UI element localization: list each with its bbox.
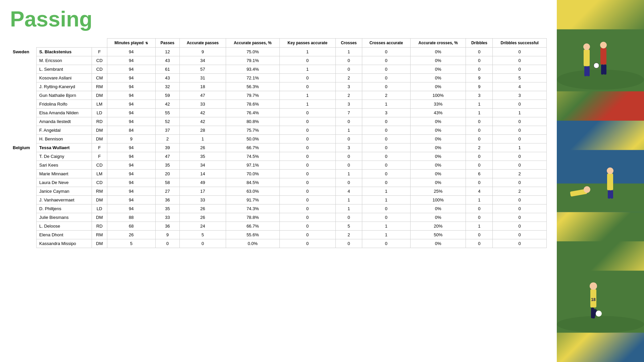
crosses-acc-cell: 0 [362,213,410,222]
dribbles-cell: 0 [466,135,493,143]
team-cell [10,161,37,170]
crosses-cell: 0 [335,117,362,126]
dribbles-cell: 6 [466,170,493,178]
player-name-cell: J. Vanhaevermaet [37,196,92,204]
dribbles-cell: 9 [466,82,493,91]
crosses-acc-cell: 0 [362,239,410,248]
mp-cell: 84 [107,126,155,135]
key-passes-cell: 0 [279,170,335,178]
col-mp-header[interactable]: Minutes played ⇅ [107,39,155,48]
col-drib-succ-header[interactable]: Dribbles successful [493,39,547,48]
passes-cell: 39 [155,143,179,152]
position-cell: RD [92,117,107,126]
acc-passes-cell: 34 [179,161,226,170]
team-cell [10,82,37,91]
col-crosses-acc-header[interactable]: Crosses accurate [362,39,410,48]
crosses-cell: 0 [335,56,362,65]
position-cell: CD [92,161,107,170]
col-crosses-header[interactable]: Crosses [335,39,362,48]
drib-succ-cell: 0 [493,152,547,161]
crosses-acc-cell: 1 [362,231,410,239]
team-cell [10,231,37,239]
col-acc-pct-header[interactable]: Accurate passes, % [226,39,280,48]
dribbles-cell: 1 [466,196,493,204]
key-passes-cell: 0 [279,187,335,196]
position-cell: CM [92,74,107,82]
player-name-cell: Julie Biesmans [37,213,92,222]
player-name-cell: Gun Nathalie Bjorn [37,91,92,100]
crosses-acc-cell: 0 [362,135,410,143]
position-cell: RM [92,231,107,239]
col-pos-header [92,39,107,48]
svg-rect-4 [584,66,587,76]
position-cell: DM [92,196,107,204]
acc-passes-cell: 24 [179,222,226,231]
col-key-passes-header[interactable]: Key passes accurate [279,39,335,48]
table-row: Kosovare Asllani CM 94 43 31 72.1% 0 2 0… [10,74,547,82]
player-name-cell: F. Angeldal [37,126,92,135]
team-cell [10,213,37,222]
acc-pct-cell: 72.1% [226,74,280,82]
table-row: F. Angeldal DM 84 37 28 75.7% 0 1 0 0% 0… [10,126,547,135]
drib-succ-cell: 4 [493,82,547,91]
crosses-pct-cell: 0% [411,152,466,161]
passes-cell: 36 [155,222,179,231]
col-dribbles-header[interactable]: Dribbles [466,39,493,48]
crosses-pct-cell: 0% [411,65,466,74]
drib-succ-cell: 0 [493,204,547,213]
acc-passes-cell: 26 [179,204,226,213]
table-row: Sweden S. Blackstenius F 94 12 9 75.0% 1… [10,48,547,56]
acc-passes-cell: 35 [179,152,226,161]
acc-passes-cell: 42 [179,117,226,126]
col-player-header [37,39,92,48]
passes-cell: 33 [155,213,179,222]
drib-succ-cell: 0 [493,239,547,248]
acc-pct-cell: 76.4% [226,109,280,117]
svg-rect-5 [587,66,590,76]
player-name-cell: T. De Caigny [37,152,92,161]
crosses-acc-cell: 0 [362,152,410,161]
acc-passes-cell: 33 [179,100,226,109]
player-name-cell: Janice Cayman [37,187,92,196]
mp-cell: 94 [107,65,155,74]
col-acc-passes-header[interactable]: Accurate passes [179,39,226,48]
team-cell [10,204,37,213]
dribbles-cell: 0 [466,48,493,56]
crosses-cell: 1 [335,196,362,204]
acc-passes-cell: 31 [179,74,226,82]
crosses-pct-cell: 20% [411,222,466,231]
mp-cell: 94 [107,152,155,161]
team-cell [10,117,37,126]
acc-pct-cell: 63.0% [226,187,280,196]
key-passes-cell: 1 [279,100,335,109]
mp-cell: 94 [107,178,155,187]
player-name-cell: Elsa Amanda Nilden [37,109,92,117]
mp-cell: 94 [107,100,155,109]
svg-rect-16 [607,174,613,190]
player-name-cell: Kassandra Missipo [37,239,92,248]
key-passes-cell: 0 [279,231,335,239]
acc-passes-cell: 0 [179,239,226,248]
passes-cell: 37 [155,126,179,135]
table-row: J. Vanhaevermaet DM 94 36 33 91.7% 0 1 1… [10,196,547,204]
crosses-cell: 0 [335,213,362,222]
acc-pct-cell: 50.0% [226,135,280,143]
player-name-cell: H. Bennison [37,135,92,143]
position-cell: RM [92,187,107,196]
acc-pct-cell: 91.7% [226,196,280,204]
crosses-cell: 0 [335,161,362,170]
acc-pct-cell: 79.7% [226,91,280,100]
table-row: L. Sembrant CD 94 61 57 93.4% 1 0 0 0% 0… [10,65,547,74]
mp-cell: 94 [107,117,155,126]
col-passes-header[interactable]: Passes [155,39,179,48]
passes-cell: 9 [155,231,179,239]
svg-rect-6 [600,48,606,65]
photo-1 [557,0,644,121]
crosses-cell: 3 [335,82,362,91]
player-name-cell: Sari Kees [37,161,92,170]
svg-rect-13 [557,184,644,212]
col-crosses-pct-header[interactable]: Accurate crosses, % [411,39,466,48]
right-panel: 18 [557,0,644,362]
key-passes-cell: 0 [279,178,335,187]
crosses-pct-cell: 0% [411,161,466,170]
